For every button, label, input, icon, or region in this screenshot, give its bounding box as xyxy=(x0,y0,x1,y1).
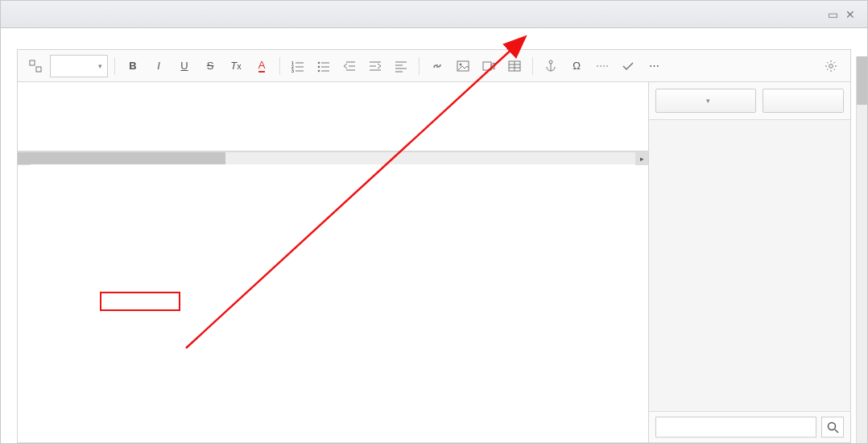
editor-toolbar: ▾ B I U S Tx A 123 Ω ⋯ xyxy=(18,50,850,82)
svg-point-25 xyxy=(460,63,462,65)
link-icon[interactable] xyxy=(426,55,448,77)
svg-marker-27 xyxy=(491,63,494,69)
spellcheck-icon[interactable] xyxy=(617,55,639,77)
table-icon[interactable] xyxy=(503,55,526,77)
horizontal-scrollbar[interactable]: ◂ ▸ xyxy=(18,151,648,164)
svg-line-37 xyxy=(835,429,838,433)
svg-text:3: 3 xyxy=(291,68,294,73)
components-button[interactable]: ▾ xyxy=(655,89,756,113)
svg-point-32 xyxy=(549,60,552,64)
chevron-down-icon: ▾ xyxy=(98,62,102,70)
separator xyxy=(532,57,533,75)
maximize-button[interactable]: ▭ xyxy=(824,6,841,23)
underline-icon[interactable]: U xyxy=(173,55,196,77)
list-ul-icon[interactable] xyxy=(312,55,335,77)
vertical-scrollbar[interactable] xyxy=(856,56,867,443)
clear-format-icon[interactable]: Tx xyxy=(225,55,247,77)
separator xyxy=(279,57,280,75)
svg-rect-0 xyxy=(30,60,35,65)
chevron-down-icon: ▾ xyxy=(706,97,710,105)
component-search-row xyxy=(649,411,850,442)
symbol-icon[interactable]: Ω xyxy=(565,55,588,77)
editor-frame: ▾ B I U S Tx A 123 Ω ⋯ xyxy=(17,49,851,443)
svg-point-10 xyxy=(318,65,320,68)
text-color-icon[interactable]: A xyxy=(250,55,273,77)
svg-rect-26 xyxy=(483,62,491,70)
body-area: ▾ B I U S Tx A 123 Ω ⋯ xyxy=(1,28,867,443)
print-break-icon[interactable] xyxy=(591,55,614,77)
accordion xyxy=(649,120,850,411)
separator xyxy=(419,57,420,75)
fullscreen-icon[interactable] xyxy=(24,55,47,77)
anchor-icon[interactable] xyxy=(539,55,562,77)
scroll-right-icon[interactable]: ▸ xyxy=(635,152,648,165)
close-button[interactable]: ✕ xyxy=(841,6,859,23)
bold-icon[interactable]: B xyxy=(122,55,144,77)
svg-point-35 xyxy=(829,64,833,68)
svg-point-8 xyxy=(318,61,320,64)
image-icon[interactable] xyxy=(452,55,474,77)
video-icon[interactable] xyxy=(477,55,500,77)
editor-pane: ◂ ▸ xyxy=(18,82,649,442)
search-icon[interactable] xyxy=(821,417,844,438)
vscroll-thumb[interactable] xyxy=(857,56,867,105)
list-ol-icon[interactable]: 123 xyxy=(287,55,309,77)
outdent-icon[interactable] xyxy=(338,55,361,77)
align-icon[interactable] xyxy=(390,55,412,77)
snippets-button[interactable] xyxy=(763,89,844,113)
content-row: ◂ ▸ ▾ xyxy=(18,82,850,442)
style-select[interactable]: ▾ xyxy=(50,55,108,77)
code-area[interactable] xyxy=(18,164,648,442)
side-top-buttons: ▾ xyxy=(649,82,850,120)
svg-rect-1 xyxy=(36,67,41,72)
indent-icon[interactable] xyxy=(364,55,386,77)
editor-window: ▭ ✕ ▾ B I U S Tx A 123 xyxy=(0,0,868,444)
css-preview-top xyxy=(18,82,648,151)
italic-icon[interactable]: I xyxy=(147,55,170,77)
titlebar: ▭ ✕ xyxy=(1,1,867,28)
more-icon[interactable]: ⋯ xyxy=(643,55,665,77)
svg-point-36 xyxy=(829,423,836,430)
highlight-box xyxy=(100,292,180,311)
separator xyxy=(114,57,115,75)
gear-icon[interactable] xyxy=(820,55,842,77)
svg-point-12 xyxy=(318,69,320,72)
component-search-input[interactable] xyxy=(655,417,816,438)
hscroll-thumb[interactable] xyxy=(18,152,225,164)
strike-icon[interactable]: S xyxy=(199,55,221,77)
side-panel: ▾ xyxy=(649,82,850,442)
